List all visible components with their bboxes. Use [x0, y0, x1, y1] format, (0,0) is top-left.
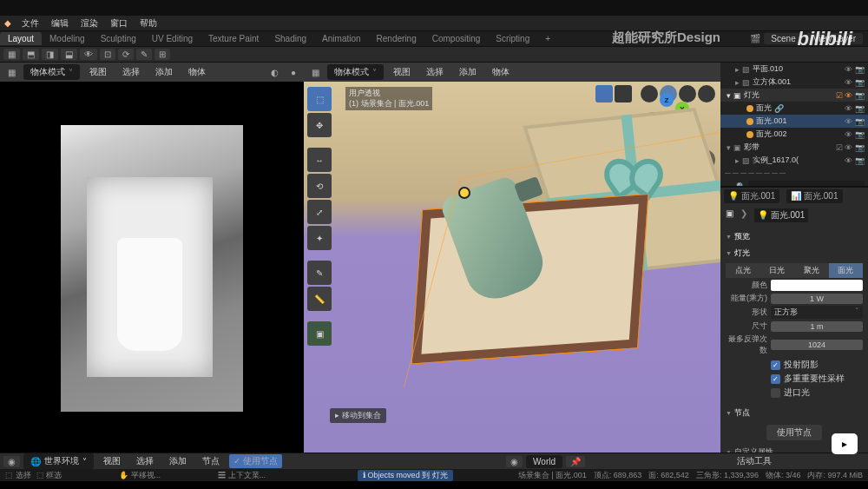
extra-tool6[interactable]: ⟳ — [118, 49, 134, 60]
ne-add[interactable]: 添加 — [163, 453, 193, 469]
tool-add-cube[interactable]: ▣ — [307, 321, 332, 346]
ne-select[interactable]: 选择 — [130, 453, 160, 469]
chk-usenodes[interactable]: ✓ 使用节点 — [229, 454, 282, 468]
tab-add[interactable]: + — [537, 32, 558, 45]
tab-texpaint[interactable]: Texture Paint — [201, 32, 266, 45]
outliner-light[interactable]: 面光.002 — [756, 129, 787, 140]
world-data[interactable]: World — [526, 455, 562, 468]
extra-tool8[interactable]: ⊞ — [155, 49, 170, 60]
light-data-dropdown[interactable]: 💡 面光.001 — [754, 208, 808, 222]
status-objs: 物体: 3/46 — [766, 470, 801, 481]
tool-annotate[interactable]: ✎ — [307, 261, 332, 285]
vp-editor-icon[interactable]: ▦ — [307, 67, 324, 78]
left-add-menu[interactable]: 添加 — [149, 64, 179, 80]
left-view-menu[interactable]: 视图 — [83, 64, 113, 80]
viewlayer-dropdown[interactable]: View Layer — [806, 33, 863, 44]
tab-scripting[interactable]: Scripting — [488, 32, 537, 45]
3d-viewport[interactable]: ▦ 物体模式 ˅ 视图 选择 添加 物体 用户透视 (1) 场景集合 | 面光.… — [304, 63, 720, 453]
outliner-item[interactable]: 立方体.001 — [753, 76, 792, 88]
bounces-field[interactable]: 1024 — [771, 340, 863, 350]
left-shading-btn[interactable]: ◐ — [266, 67, 283, 78]
tab-animation[interactable]: Animation — [314, 32, 368, 45]
tool-scale[interactable]: ⤢ — [307, 200, 332, 224]
box-object[interactable] — [391, 155, 711, 413]
outliner-item[interactable]: 实例_1617.0( — [753, 155, 799, 166]
extra-tool4[interactable]: 👁 — [80, 49, 97, 60]
tv-icon[interactable]: ▸ — [832, 433, 858, 454]
tool-move[interactable]: ↔ — [307, 148, 332, 172]
tool-select-box[interactable]: ⬚ — [307, 87, 332, 111]
tab-layout[interactable]: Layout — [0, 32, 42, 45]
vp-object-menu[interactable]: 物体 — [486, 64, 516, 80]
extra-tool5[interactable]: ⊡ — [100, 49, 115, 60]
tab-compositing[interactable]: Compositing — [424, 32, 489, 45]
properties-panel: 💡 面光.001📊 面光.001 ▣❯💡 面光.001 预览 灯光 点光 日光 … — [720, 186, 868, 453]
left-object-menu[interactable]: 物体 — [182, 64, 212, 80]
menu-edit[interactable]: 编辑 — [45, 16, 75, 31]
tab-rendering[interactable]: Rendering — [369, 32, 424, 45]
size-field[interactable]: 1 m — [771, 321, 863, 332]
reference-image[interactable] — [0, 82, 304, 453]
shape-dropdown[interactable]: 正方形 ˅ — [771, 306, 863, 319]
mode-dropdown[interactable]: 物体模式 ˅ — [23, 64, 80, 80]
overlay-toggle[interactable] — [595, 85, 613, 102]
tool-cursor[interactable]: ✥ — [307, 113, 332, 137]
menu-file[interactable]: 文件 — [16, 16, 45, 31]
chk-shadow[interactable]: ✓ — [771, 360, 780, 370]
outliner-collection[interactable]: 彩带 — [744, 142, 760, 153]
menu-window[interactable]: 窗口 — [104, 16, 134, 31]
color-field[interactable] — [771, 280, 863, 291]
outliner-light[interactable]: 面光 — [756, 102, 772, 114]
menu-render[interactable]: 渲染 — [75, 16, 104, 31]
left-select-menu[interactable]: 选择 — [116, 64, 146, 80]
vp-select-menu[interactable]: 选择 — [420, 64, 450, 80]
tab-shading[interactable]: Shading — [266, 32, 314, 45]
extra-tool2[interactable]: ◨ — [42, 49, 58, 60]
scene-dropdown[interactable]: Scene — [764, 33, 802, 44]
world-dropdown[interactable]: 🌐 世界环境 ˅ — [23, 453, 94, 469]
light-handle[interactable] — [460, 188, 469, 197]
light-type-sun[interactable]: 日光 — [760, 263, 795, 278]
section-light[interactable]: 灯光 — [726, 245, 863, 261]
editor-type-icon[interactable]: ▦ — [3, 49, 20, 60]
tab-modeling[interactable]: Modeling — [42, 32, 93, 45]
tool-transform[interactable]: ✦ — [307, 226, 332, 250]
menu-help[interactable]: 帮助 — [134, 16, 163, 31]
editor-type-icon[interactable]: ▦ — [3, 67, 20, 78]
outliner-collection[interactable]: 灯光 — [744, 89, 760, 101]
props-data-tab[interactable]: 💡 面光.001 — [724, 189, 779, 203]
gizmo-toggle[interactable] — [615, 85, 632, 102]
last-op-label[interactable]: ▸ 移动到集合 — [330, 408, 386, 423]
tab-sculpting[interactable]: Sculpting — [93, 32, 144, 45]
chk-portal[interactable] — [771, 388, 780, 398]
outliner-light[interactable]: 面光.001 — [756, 116, 787, 127]
left-shading-btn2[interactable]: ● — [286, 67, 300, 78]
tool-measure[interactable]: 📏 — [307, 287, 332, 311]
light-type-area[interactable]: 面光 — [829, 263, 864, 278]
ne-pin-icon[interactable]: 📌 — [566, 456, 585, 467]
ne-node[interactable]: 节点 — [196, 453, 226, 469]
power-field[interactable]: 1 W — [771, 294, 863, 304]
props-data-tab2[interactable]: 📊 面光.001 — [786, 189, 842, 203]
blender-logo-icon: ◆ — [0, 16, 16, 31]
light-type-point[interactable]: 点光 — [726, 263, 760, 278]
extra-tool3[interactable]: ⬓ — [61, 49, 77, 60]
extra-tool[interactable]: ⬒ — [23, 49, 39, 60]
outliner-item[interactable]: 平面.010 — [753, 63, 784, 75]
tab-uv[interactable]: UV Editing — [144, 32, 201, 45]
ne-editor-icon[interactable]: ◉ — [3, 456, 20, 467]
tool-rotate[interactable]: ⟲ — [307, 174, 332, 198]
use-nodes-button[interactable]: 使用节点 — [766, 425, 822, 440]
vp-add-menu[interactable]: 添加 — [453, 64, 483, 80]
vp-mode-dropdown[interactable]: 物体模式 ˅ — [327, 64, 384, 80]
light-type-spot[interactable]: 聚光 — [794, 263, 829, 278]
section-preview[interactable]: 预览 — [726, 228, 863, 245]
ne-view[interactable]: 视图 — [97, 453, 127, 469]
vp-view-menu[interactable]: 视图 — [387, 64, 417, 80]
ne-world-icon[interactable]: ◉ — [506, 456, 523, 467]
outliner[interactable]: ▸ ▨平面.010👁 📷 ▸ ▨立方体.001👁 📷 ▾ ▣灯光☑ 👁 📷 面光… — [720, 63, 868, 186]
extra-tool7[interactable]: ✎ — [136, 49, 152, 60]
section-nodes[interactable]: 节点 — [726, 405, 863, 421]
chk-mis[interactable]: ✓ — [771, 374, 780, 384]
shading-render[interactable] — [698, 85, 715, 102]
